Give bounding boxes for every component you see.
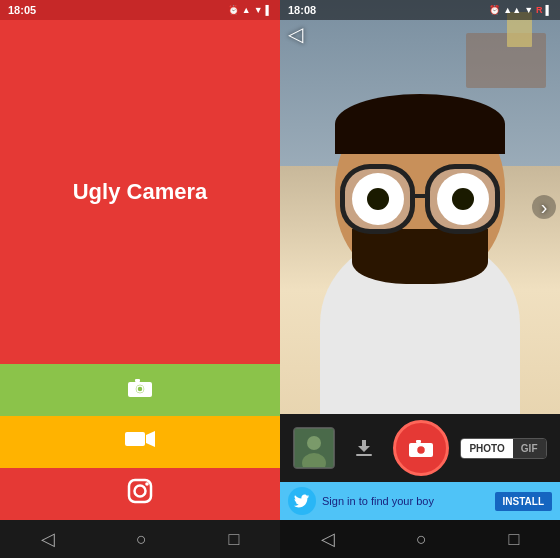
left-eye [352,173,404,225]
capture-button[interactable] [393,420,449,476]
right-status-icons: ⏰ ▲▲ ▼ R ▌ [489,5,552,15]
thumbnail-preview[interactable] [293,427,335,469]
instagram-icon [126,477,154,511]
install-button[interactable]: INSTALL [495,492,552,511]
left-pupil [367,188,389,210]
svg-rect-15 [416,440,421,443]
signal-icon: ▲ [242,5,251,15]
svg-point-7 [135,486,146,497]
svg-point-10 [307,436,321,450]
camera-icon [126,375,154,405]
back-button[interactable]: ◁ [288,22,303,46]
right-nav-bar: ◁ ○ □ [280,520,560,558]
ad-text: Sign in to find your boy [322,495,489,507]
photo-toggle[interactable]: PHOTO [461,439,512,458]
right-pupil [452,188,474,210]
glasses [340,164,500,239]
battery-icon: ▌ [266,5,272,15]
person-container [290,0,550,414]
gif-toggle[interactable]: GIF [513,439,546,458]
right-recents-nav-icon[interactable]: □ [508,529,519,550]
recents-nav-icon[interactable]: □ [228,529,239,550]
left-main-area: Ugly Camera [0,20,280,364]
video-icon [124,427,156,457]
left-panel: 18:05 ⏰ ▲ ▼ ▌ Ugly Camera [0,0,280,558]
save-button[interactable] [346,430,382,466]
svg-point-14 [417,446,426,455]
back-nav-icon[interactable]: ◁ [41,528,55,550]
right-eye [437,173,489,225]
next-filter-button[interactable]: › [532,195,556,219]
right-alarm-icon: ⏰ [489,5,500,15]
photo-gif-toggle[interactable]: PHOTO GIF [460,438,546,459]
right-status-time: 18:08 [288,4,316,16]
ad-banner: Sign in to find your boy INSTALL [280,482,560,520]
svg-rect-3 [135,379,140,382]
right-home-nav-icon[interactable]: ○ [416,529,427,550]
camera-controls: PHOTO GIF [280,414,560,482]
home-nav-icon[interactable]: ○ [136,529,147,550]
left-nav-bar: ◁ ○ □ [0,520,280,558]
person-head [335,94,505,284]
right-wifi-icon: ▼ [524,5,533,15]
left-status-icons: ⏰ ▲ ▼ ▌ [228,5,272,15]
svg-rect-12 [356,454,372,456]
left-status-time: 18:05 [8,4,36,16]
right-battery-icon: ▌ [546,5,552,15]
instagram-button[interactable] [0,468,280,520]
left-bottom-buttons [0,364,280,520]
alarm-icon: ⏰ [228,5,239,15]
chevron-right-icon: › [541,196,548,219]
svg-point-8 [145,482,149,486]
wifi-icon: ▼ [254,5,263,15]
left-status-bar: 18:05 ⏰ ▲ ▼ ▌ [0,0,280,20]
person-hair [335,94,505,154]
glass-left [340,164,415,234]
app-title: Ugly Camera [73,179,208,205]
right-back-nav-icon[interactable]: ◁ [321,528,335,550]
right-panel: 18:08 ⏰ ▲▲ ▼ R ▌ [280,0,560,558]
svg-rect-4 [125,432,145,446]
svg-marker-5 [146,431,155,447]
right-r-icon: R [536,5,543,15]
camera-view: ◁ › [280,0,560,414]
video-button[interactable] [0,416,280,468]
right-status-bar: 18:08 ⏰ ▲▲ ▼ R ▌ [280,0,560,20]
ad-brand-icon [288,487,316,515]
camera-button[interactable] [0,364,280,416]
right-signal-icon: ▲▲ [503,5,521,15]
glass-right [425,164,500,234]
